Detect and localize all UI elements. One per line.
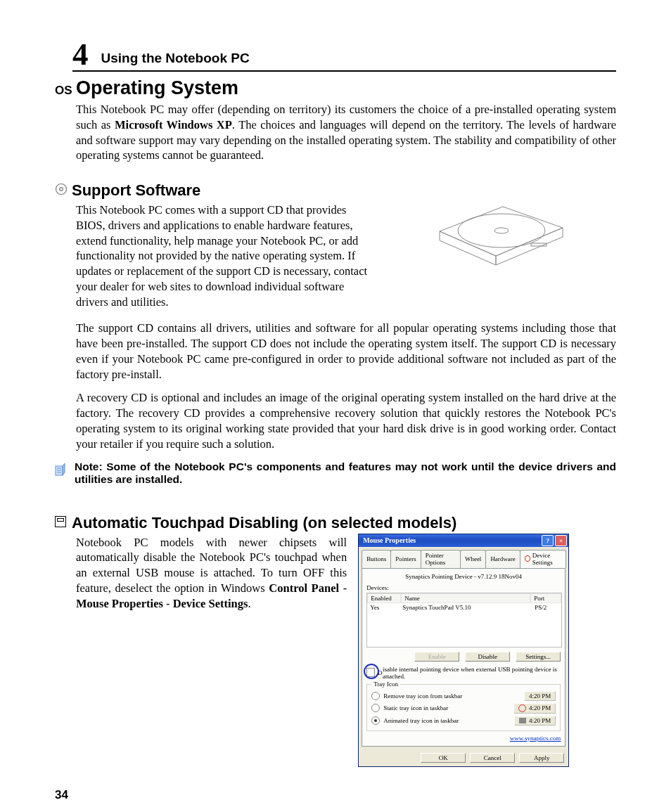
disc-icon [55, 183, 72, 198]
tab-pointers[interactable]: Pointers [390, 550, 421, 568]
col-enabled[interactable]: Enabled [367, 593, 401, 603]
chapter-title: Using the Notebook PC [101, 51, 250, 66]
tab-wheel[interactable]: Wheel [460, 550, 486, 568]
svg-marker-4 [496, 228, 563, 265]
cd-drive-illustration [383, 200, 616, 318]
note-icon [55, 460, 75, 486]
col-port[interactable]: Port [530, 593, 561, 603]
section-prefix: OS [55, 84, 76, 98]
tab-pointer-options[interactable]: Pointer Options [421, 550, 461, 568]
radio-label-static: Static tray icon in taskbar [383, 704, 448, 711]
svg-point-5 [458, 214, 545, 247]
enable-button[interactable]: Enable [414, 652, 459, 662]
radio-static-tray[interactable] [371, 704, 380, 712]
radio-animated-tray[interactable] [371, 716, 380, 725]
dialog-title: Mouse Properties [363, 536, 416, 544]
tray-icon-legend: Tray Icon [371, 681, 400, 688]
time-preview-2: 4:20 PM [513, 703, 556, 714]
radio-remove-tray[interactable] [371, 692, 380, 700]
svg-marker-3 [440, 231, 496, 265]
svg-point-0 [56, 184, 67, 195]
mouse-properties-dialog: Mouse Properties ? × Buttons Pointers Po… [358, 534, 569, 767]
col-name[interactable]: Name [401, 593, 530, 603]
close-button[interactable]: × [555, 535, 567, 546]
help-button[interactable]: ? [542, 535, 554, 546]
section-heading-support-software: Support Software [72, 181, 200, 200]
apply-button[interactable]: Apply [519, 753, 564, 763]
chapter-header: 4 Using the Notebook PC [72, 34, 616, 72]
svg-point-1 [60, 188, 63, 191]
svg-point-6 [494, 228, 509, 233]
radio-label-animated: Animated tray icon in taskbar [383, 717, 459, 724]
synaptics-tray-icon [518, 704, 526, 712]
synaptics-icon [525, 555, 530, 562]
settings-button[interactable]: Settings... [516, 652, 561, 662]
chapter-number: 4 [72, 36, 89, 72]
section-heading-touchpad: Automatic Touchpad Disabling (on selecte… [72, 514, 456, 532]
checkbox-label: isable internal pointing device when ext… [383, 666, 561, 680]
devices-table: Enabled Name Port Yes Synaptics TouchPad… [366, 593, 562, 647]
ok-button[interactable]: OK [421, 753, 466, 763]
devices-label: Devices: [366, 584, 561, 591]
highlight-ring-icon [364, 664, 379, 679]
dialog-titlebar[interactable]: Mouse Properties ? × [359, 534, 568, 547]
table-row[interactable]: Yes Synaptics TouchPad V5.10 PS/2 [367, 603, 561, 612]
section-heading-operating-system: Operating System [76, 77, 238, 99]
time-preview-3: 4:20 PM [514, 716, 556, 726]
paragraph-os: This Notebook PC may offer (depending on… [76, 102, 616, 163]
touchpad-icon [55, 516, 72, 530]
page-number: 34 [55, 788, 616, 802]
note-text: Note: Some of the Notebook PC's componen… [75, 460, 616, 486]
synaptics-link[interactable]: www.synaptics.com [510, 735, 561, 742]
touchpad-tray-icon [519, 718, 526, 723]
paragraph-support-2: The support CD contains all drivers, uti… [76, 321, 616, 382]
tab-device-settings[interactable]: Device Settings [520, 550, 566, 568]
driver-version-text: Synaptics Pointing Device - v7.12.9 18No… [366, 573, 561, 580]
paragraph-support-1: This Notebook PC comes with a support CD… [76, 202, 369, 309]
tab-hardware[interactable]: Hardware [485, 550, 520, 568]
radio-label-remove: Remove tray icon from taskbar [383, 692, 462, 700]
cancel-button[interactable]: Cancel [470, 753, 515, 763]
disable-button[interactable]: Disable [465, 652, 510, 662]
paragraph-recovery: A recovery CD is optional and includes a… [76, 390, 616, 451]
tab-buttons[interactable]: Buttons [362, 550, 391, 568]
dialog-tabs: Buttons Pointers Pointer Options Wheel H… [359, 547, 568, 568]
time-preview-1: 4:20 PM [524, 691, 556, 701]
paragraph-touchpad: Notebook PC models with newer chipsets w… [76, 535, 347, 612]
